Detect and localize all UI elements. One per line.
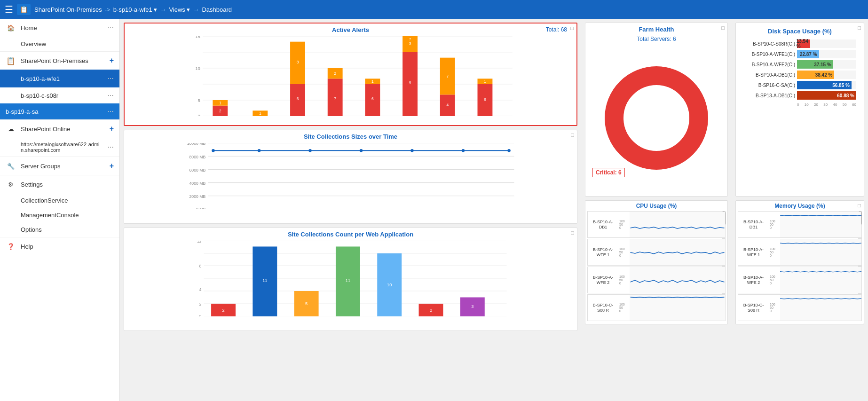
svg-text:8000 MB: 8000 MB	[189, 155, 206, 159]
sidebar-dots-s08r[interactable]: ···	[108, 91, 114, 100]
menu-icon[interactable]: ☰	[5, 4, 13, 15]
sharepoint-online-icon: ☁	[6, 124, 16, 134]
svg-point-64	[360, 149, 363, 152]
count-chart-svg: 12 8 4 2 0 2 Central Administr... 11 Sha…	[138, 241, 572, 316]
cpu-row-wfe2: B-SP10-A-WFE 2 100500	[587, 267, 726, 293]
cpu-yaxis-s08r: 100500	[618, 302, 630, 314]
svg-text:6: 6	[297, 96, 299, 101]
svg-text:2: 2	[219, 109, 221, 113]
cpu-row-db1: B-SP10-A-DB1 100500	[587, 211, 726, 238]
sidebar-item-settings[interactable]: ⚙ Settings	[0, 175, 119, 193]
sidebar-dots-sp19[interactable]: ···	[108, 107, 114, 116]
site-collections-sizes-title: Site Collections Sizes over Time	[124, 130, 577, 141]
sidebar-label-help: Help	[21, 243, 114, 250]
sidebar-item-online-url[interactable]: https://metalogixsoftware622-admin.share…	[0, 138, 119, 157]
sidebar-item-sharepoint-online[interactable]: ☁ SharePoint Online +	[0, 119, 119, 138]
disk-label-sp13: B-SP13-A-DB1(C:)	[743, 93, 795, 98]
sidebar-item-wfe1[interactable]: b-sp10-a-wfe1 ···	[0, 70, 119, 87]
mem-chart-wfe2-svg	[780, 267, 861, 293]
cpu-label-wfe1: B-SP10-A-WFE 1	[588, 246, 618, 259]
breadcrumb-wfe1[interactable]: b-sp10-a-wfe1 ▾	[113, 6, 158, 13]
sharepoint-onprem-icon: 📋	[6, 55, 16, 66]
server-groups-icon: 🔧	[6, 161, 16, 171]
sidebar-dots-wfe1[interactable]: ···	[108, 74, 114, 83]
cpu-scroll-area: B-SP10-A-DB1 100500 B-SP10-A-WFE 1	[587, 211, 726, 321]
cpu-usage-title: CPU Usage (%)	[587, 203, 726, 209]
cpu-usage-panel: CPU Usage (%) B-SP10-A-DB1 100500	[585, 200, 728, 324]
svg-point-63	[308, 149, 312, 152]
sidebar-dots-online-url[interactable]: ···	[108, 143, 114, 151]
disk-label-sp16: B-SP16-C-SA(C:)	[743, 83, 795, 88]
cpu-row-s08r: B-SP10-C-S08 R 100500	[587, 294, 726, 321]
memory-scroll-area: B-SP10-A-DB1 100500 B-SP10-A-WFE 1	[738, 211, 862, 321]
sidebar-add-online[interactable]: +	[110, 125, 114, 133]
disk-space-title: Disk Space Usage (%)	[740, 25, 860, 36]
sizes-chart-area: 10000 MB 8000 MB 6000 MB 4000 MB 2000 MB…	[124, 141, 577, 223]
sidebar-label-sp19: b-sp19-a-sa	[6, 108, 103, 115]
sidebar-label-options: Options	[21, 226, 114, 233]
farm-health-title: Farm Health	[639, 23, 674, 34]
disk-bar-wrap-wfe1: 22.87 %	[797, 50, 856, 58]
svg-text:4: 4	[446, 102, 449, 107]
alerts-corner-btn[interactable]: □	[570, 25, 574, 31]
farm-corner-btn[interactable]: □	[721, 25, 725, 31]
home-icon: 🏠	[6, 23, 16, 33]
cpu-chart-db1-svg	[630, 212, 725, 237]
svg-text:2000 MB: 2000 MB	[189, 194, 206, 199]
breadcrumb-views[interactable]: Views ▾	[169, 6, 190, 13]
sidebar-dots-home[interactable]: ···	[108, 24, 114, 32]
sidebar-item-overview[interactable]: Overview	[0, 37, 119, 51]
svg-text:15: 15	[195, 36, 200, 39]
mem-yaxis-db1: 100500	[769, 219, 780, 230]
sidebar-add-sharepoint[interactable]: +	[110, 56, 114, 65]
sidebar-add-server-groups[interactable]: +	[110, 162, 114, 170]
sidebar-item-s08r[interactable]: b-sp10-c-s08r ···	[0, 87, 119, 103]
svg-text:11: 11	[262, 278, 267, 283]
cpu-row-wfe1: B-SP10-A-WFE 1 100500	[587, 239, 726, 266]
svg-text:2: 2	[334, 71, 336, 76]
active-alerts-title: Active Alerts	[125, 24, 576, 34]
site-collections-sizes-panel: Site Collections Sizes over Time □ 10000…	[124, 130, 577, 224]
svg-text:5: 5	[305, 301, 308, 306]
sidebar-item-collection-service[interactable]: CollectionService	[0, 193, 119, 208]
disk-corner-btn[interactable]: □	[858, 25, 861, 31]
alerts-chart-area: 15 10 5 0 2 1 Content Summary 1 Other	[125, 34, 576, 124]
cpu-label-wfe2: B-SP10-A-WFE 2	[588, 274, 618, 286]
svg-text:4: 4	[199, 287, 202, 292]
dashboard-left: Active Alerts Total: 68 □ 15 10	[120, 19, 581, 401]
cpu-chart-wfe2	[630, 267, 725, 293]
sizes-corner-btn[interactable]: □	[571, 132, 574, 138]
breadcrumb-sharepoint[interactable]: SharePoint On-Premises	[34, 6, 102, 13]
svg-text:6: 6	[371, 96, 374, 101]
svg-text:0 MB: 0 MB	[196, 207, 205, 209]
svg-text:10: 10	[195, 66, 200, 71]
mem-yaxis-wfe1: 100500	[769, 246, 780, 258]
sidebar-item-sp19[interactable]: b-sp19-a-sa ···	[0, 103, 119, 119]
donut-container: Critical: 6	[585, 44, 727, 191]
sidebar-item-sharepoint-onprem[interactable]: 📋 SharePoint On-Premises +	[0, 51, 119, 70]
count-chart-area: 12 8 4 2 0 2 Central Administr... 11 Sha…	[124, 239, 577, 330]
farm-health-donut	[605, 66, 708, 170]
alerts-chart-svg: 15 10 5 0 2 1 Content Summary 1 Other	[143, 36, 572, 116]
sidebar-item-help[interactable]: ❓ Help	[0, 237, 119, 255]
mem-yaxis-wfe2: 100500	[769, 274, 780, 286]
sidebar-item-server-groups[interactable]: 🔧 Server Groups +	[0, 157, 119, 175]
sidebar-item-options[interactable]: Options	[0, 222, 119, 237]
disk-bar-db1: 38.42 %	[797, 71, 834, 79]
wfe1-icon	[6, 73, 16, 84]
count-corner-btn[interactable]: □	[571, 230, 574, 236]
farm-health-panel: Farm Health Total Servers: 6 □ Critical:…	[585, 23, 728, 197]
svg-text:3: 3	[471, 304, 473, 309]
svg-text:8: 8	[199, 264, 202, 268]
sidebar-label-overview: Overview	[21, 40, 114, 47]
mem-row-wfe2: B-SP10-A-WFE 2 100500	[738, 267, 862, 293]
memory-corner-btn[interactable]: □	[858, 203, 861, 208]
sidebar-item-home[interactable]: 🏠 Home ···	[0, 19, 119, 37]
disk-bar-wfe1: 22.87 %	[797, 50, 819, 58]
far-right-panels: Disk Space Usage (%) □ B-SP10-C-S08R(C:)…	[732, 19, 868, 401]
breadcrumb: SharePoint On-Premises -> b-sp10-a-wfe1 …	[34, 6, 232, 13]
disk-bar-wrap-s08r: 13.54 %	[797, 39, 856, 48]
disk-bar-sp13: 60.88 %	[797, 91, 856, 100]
sidebar-item-management-console[interactable]: ManagementConsole	[0, 208, 119, 222]
memory-usage-panel: Memory Usage (%) □ B-SP10-A-DB1 100500	[735, 200, 864, 324]
